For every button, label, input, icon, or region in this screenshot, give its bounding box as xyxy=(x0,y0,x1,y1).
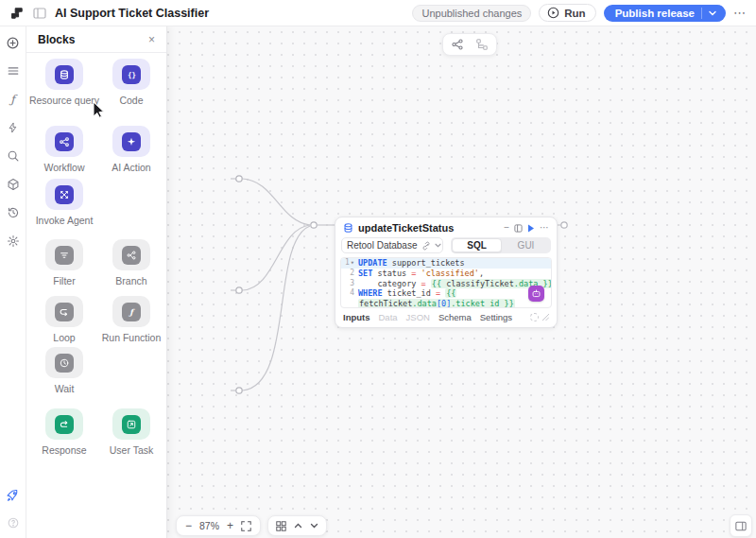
collapse-icon[interactable]: − xyxy=(504,223,509,233)
block-resource-query[interactable]: Resource query xyxy=(28,59,100,107)
workflow-block-updateTicketStatus[interactable]: updateTicketStatus − ⋯ Retool Database S… xyxy=(335,217,558,328)
panel-icon[interactable] xyxy=(514,224,523,233)
block-run-function[interactable]: ƒ Run Function xyxy=(95,296,167,344)
settings-gear-icon[interactable] xyxy=(6,234,21,249)
return-arrow-icon xyxy=(55,415,74,434)
output-port[interactable] xyxy=(236,287,242,293)
chevron-up-icon[interactable] xyxy=(294,523,302,529)
block-invoke-agent[interactable]: Invoke Agent xyxy=(28,179,100,227)
line-number xyxy=(341,299,356,308)
add-block-icon[interactable] xyxy=(6,35,21,50)
tab-json[interactable]: JSON xyxy=(406,312,430,322)
function-icon: ƒ xyxy=(122,303,141,321)
output-port[interactable] xyxy=(236,176,242,182)
block-title: updateTicketStatus xyxy=(358,222,499,234)
resource-select[interactable]: Retool Database xyxy=(341,237,443,253)
blocks-panel: Blocks × Resource query {} Code Workflow… xyxy=(26,26,167,538)
tree-view-icon[interactable] xyxy=(475,38,489,51)
block-response[interactable]: Response xyxy=(28,408,100,457)
close-icon[interactable]: × xyxy=(148,34,155,45)
line-number[interactable]: 2 xyxy=(341,269,356,279)
user-task-icon xyxy=(122,415,141,434)
chevron-down-icon[interactable] xyxy=(709,10,716,16)
help-icon[interactable] xyxy=(6,515,21,530)
line-number[interactable]: 4 xyxy=(341,288,356,299)
block-loop[interactable]: Loop xyxy=(28,296,100,344)
tab-gui[interactable]: GUI xyxy=(502,238,550,252)
debug-panel-toggle[interactable] xyxy=(730,514,752,537)
block-user-task[interactable]: User Task xyxy=(95,408,167,457)
link-icon[interactable] xyxy=(421,241,431,251)
blocks-panel-title: Blocks xyxy=(38,33,148,46)
search-icon[interactable] xyxy=(6,148,21,164)
block-code[interactable]: {} Code xyxy=(95,59,167,107)
left-rail: ƒ xyxy=(0,26,26,538)
app-frame-icon[interactable] xyxy=(33,8,46,19)
clock-icon xyxy=(55,354,74,373)
sql-editor[interactable]: 1▾ UPDATE support_tickets 2 SET status =… xyxy=(340,257,552,308)
resources-cube-icon[interactable] xyxy=(6,177,21,192)
filter-icon xyxy=(55,246,74,265)
divider xyxy=(701,8,702,19)
tab-data[interactable]: Data xyxy=(379,312,398,322)
block-navigator-toolbar xyxy=(267,515,327,536)
zoom-level[interactable]: 87% xyxy=(199,520,219,531)
zoom-toolbar: − 87% + xyxy=(176,515,261,536)
run-button[interactable]: Run xyxy=(539,4,595,22)
block-workflow[interactable]: Workflow xyxy=(28,126,100,174)
canvas-mode-toolbar xyxy=(442,33,497,56)
spinner-icon xyxy=(530,313,539,321)
more-menu-icon[interactable]: ⋯ xyxy=(733,7,747,19)
workflow-nodes-icon xyxy=(55,132,74,151)
code-line: 3 category = {{ classifyTicket.data }} xyxy=(341,279,551,289)
retool-logo[interactable] xyxy=(9,6,25,21)
fold-caret-icon[interactable]: ▾ xyxy=(351,259,354,267)
zoom-out-icon[interactable]: − xyxy=(185,520,192,531)
workflow-title: AI Support Ticket Classifier xyxy=(55,7,209,20)
tab-schema[interactable]: Schema xyxy=(438,312,472,322)
publish-release-button[interactable]: Publish release xyxy=(604,5,726,22)
play-circle-icon xyxy=(547,7,559,19)
block-branch[interactable]: Branch xyxy=(95,239,167,287)
triggers-icon[interactable] xyxy=(6,120,21,135)
block-wait[interactable]: Wait xyxy=(28,347,100,395)
tab-settings[interactable]: Settings xyxy=(480,312,512,322)
tab-inputs[interactable]: Inputs xyxy=(343,312,370,322)
output-port[interactable] xyxy=(236,388,242,393)
database-icon xyxy=(343,222,353,234)
zoom-in-icon[interactable]: + xyxy=(227,520,233,531)
fit-view-icon[interactable] xyxy=(241,521,251,531)
block-ai-action[interactable]: AI Action xyxy=(95,126,167,174)
top-bar: AI Support Ticket Classifier Unpublished… xyxy=(0,0,756,26)
history-icon[interactable] xyxy=(6,205,21,220)
publish-label: Publish release xyxy=(615,8,695,19)
code-line: 4 WHERE ticket_id = {{ xyxy=(341,288,551,299)
svg-text:ƒ: ƒ xyxy=(128,307,135,317)
resource-value: Retool Database xyxy=(347,240,418,251)
resize-handle-icon[interactable] xyxy=(542,314,549,321)
play-icon[interactable] xyxy=(527,224,535,233)
output-port[interactable] xyxy=(561,222,567,228)
blocks-list-icon[interactable] xyxy=(6,63,21,78)
deploy-rocket-icon[interactable] xyxy=(6,487,21,502)
graph-view-icon[interactable] xyxy=(451,38,464,51)
functions-icon[interactable]: ƒ xyxy=(6,92,21,107)
tab-sql[interactable]: SQL xyxy=(452,238,502,252)
connector-edge[interactable] xyxy=(243,226,311,390)
block-filter[interactable]: Filter xyxy=(28,239,100,287)
input-port[interactable] xyxy=(311,222,317,228)
line-number[interactable]: 3 xyxy=(341,279,356,289)
branch-icon xyxy=(122,246,141,265)
chevron-down-icon[interactable] xyxy=(310,523,318,529)
loop-arrow-icon xyxy=(55,303,74,321)
run-label: Run xyxy=(564,8,585,19)
sql-gui-toggle: SQL GUI xyxy=(451,237,551,253)
block-footer-tabs: Inputs Data JSON Schema Settings xyxy=(335,308,557,327)
more-icon[interactable]: ⋯ xyxy=(540,223,549,233)
minimap-grid-icon[interactable] xyxy=(276,521,286,531)
retool-ai-icon[interactable] xyxy=(528,286,544,302)
line-number[interactable]: 1▾ xyxy=(341,258,356,269)
svg-text:{}: {} xyxy=(127,70,135,78)
connector-edge[interactable] xyxy=(243,179,311,225)
code-line: 1▾ UPDATE support_tickets xyxy=(341,258,551,269)
